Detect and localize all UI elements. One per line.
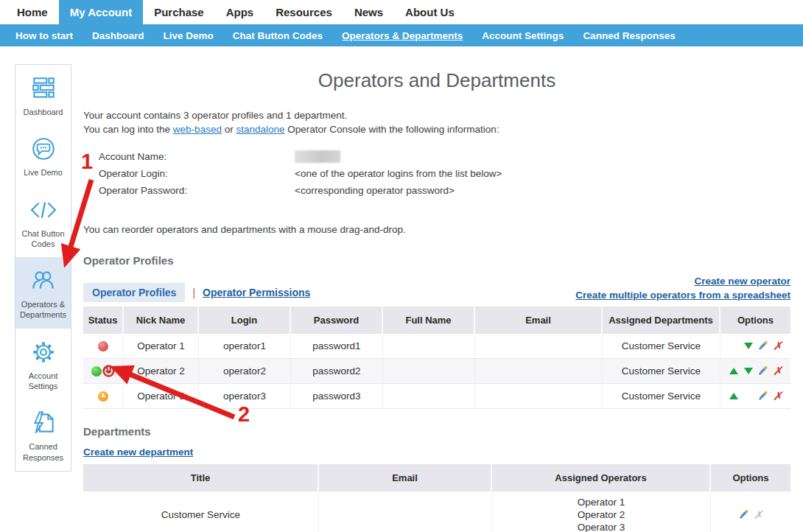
logoff-power-icon[interactable] [102, 365, 115, 377]
edit-pencil-icon[interactable] [757, 365, 768, 376]
nav-item-apps[interactable]: Apps [215, 0, 265, 24]
offline-status-icon [98, 341, 108, 351]
create-multiple-operators-link[interactable]: Create multiple operators from a spreads… [575, 290, 790, 301]
move-up-icon[interactable] [729, 393, 738, 399]
nick-name-cell: Operator 3 [124, 384, 199, 409]
nav-item-news[interactable]: News [343, 0, 394, 24]
password-cell: password2 [291, 359, 383, 384]
standalone-link[interactable]: standalone [236, 124, 284, 135]
create-new-operator-link[interactable]: Create new operator [694, 276, 790, 287]
intro-line-2-suffix: Operator Console with the following info… [284, 124, 499, 135]
intro-line-2: You can log into the web-based or standa… [83, 122, 790, 136]
live-demo-icon [29, 135, 57, 163]
assigned-operator: Operator 3 [492, 521, 710, 532]
col-options: Options [720, 307, 790, 334]
login-cell: operator1 [199, 334, 291, 359]
sidebar-item-canned-responses[interactable]: Canned Responses [15, 399, 71, 471]
col-email: Email [319, 464, 492, 491]
delete-icon[interactable]: ✗ [773, 340, 782, 352]
assigned-operator: Operator 2 [492, 508, 710, 521]
sidebar-item-operators-departments[interactable]: Operators & Departments [15, 257, 71, 329]
operator-tabs: Operator Profiles | Operator Permissions [83, 283, 310, 302]
sidebar-item-chat-button-codes[interactable]: Chat Button Codes [15, 186, 71, 258]
top-nav: Home My Account Purchase Apps Resources … [0, 0, 803, 24]
subnav-item-how-to-start[interactable]: How to start [6, 30, 83, 41]
operator-row-3: Operator 3 operator3 password3 Customer … [83, 384, 790, 409]
login-cell: operator3 [199, 384, 291, 409]
assigned-operator: Operator 1 [492, 496, 710, 508]
delete-icon[interactable]: ✗ [773, 365, 782, 377]
page-title: Operators and Departments [83, 69, 790, 92]
subnav-item-account-settings[interactable]: Account Settings [472, 30, 573, 41]
subnav-item-operators-departments[interactable]: Operators & Departments [332, 30, 472, 41]
nav-item-about-us[interactable]: About Us [394, 0, 466, 24]
away-status-icon [98, 391, 108, 402]
email-cell [475, 334, 603, 359]
delete-icon[interactable]: ✗ [773, 390, 782, 402]
options-cell: ✗ [720, 384, 790, 409]
edit-pencil-icon[interactable] [738, 508, 749, 519]
sidebar-item-label: Operators & Departments [18, 299, 69, 321]
operator-password-row: Operator Password: <corresponding operat… [99, 182, 790, 199]
online-status-icon [91, 366, 102, 377]
sidebar-item-live-demo[interactable]: Live Demo [15, 125, 71, 186]
edit-pencil-icon[interactable] [757, 340, 768, 351]
intro-line-1: Your account contains 3 operator profile… [83, 108, 790, 122]
col-options: Options [711, 464, 790, 491]
full-name-cell [383, 359, 475, 384]
departments-cell: Customer Service [603, 334, 720, 359]
account-credentials: Account Name: Operator Login: <one of th… [99, 148, 790, 199]
move-down-icon[interactable] [744, 368, 753, 374]
nick-name-cell: Operator 2 [124, 359, 199, 384]
subnav-item-chat-button-codes[interactable]: Chat Button Codes [223, 30, 332, 41]
account-name-label: Account Name: [99, 148, 295, 165]
reorder-note: You can reorder operators and department… [83, 224, 790, 235]
tab-operator-profiles[interactable]: Operator Profiles [83, 283, 185, 302]
sidebar-item-dashboard[interactable]: Dashboard [15, 65, 71, 125]
departments-table: Title Email Assigned Operators Options C… [83, 464, 790, 532]
subnav-item-dashboard[interactable]: Dashboard [83, 30, 154, 41]
operator-password-value: <corresponding operator password> [295, 182, 455, 199]
full-name-cell [383, 334, 475, 359]
col-nick-name: Nick Name [124, 307, 199, 334]
nav-item-purchase[interactable]: Purchase [143, 0, 215, 24]
operator-profiles-heading: Operator Profiles [83, 254, 790, 267]
password-cell: password3 [291, 384, 383, 409]
operator-table-header: Status Nick Name Login Password Full Nam… [83, 307, 790, 334]
sidebar-item-account-settings[interactable]: Account Settings [15, 329, 71, 400]
dashboard-icon [29, 74, 57, 102]
sub-nav: How to start Dashboard Live Demo Chat Bu… [0, 24, 803, 46]
col-login: Login [199, 307, 291, 334]
move-up-icon[interactable] [729, 368, 738, 374]
nav-item-resources[interactable]: Resources [264, 0, 343, 24]
operator-password-label: Operator Password: [99, 182, 295, 199]
edit-pencil-icon[interactable] [757, 390, 768, 401]
create-new-department-link[interactable]: Create new department [83, 447, 193, 458]
nav-item-my-account[interactable]: My Account [59, 0, 143, 24]
tab-operator-permissions[interactable]: Operator Permissions [203, 287, 310, 298]
intro-text: Your account contains 3 operator profile… [83, 108, 790, 136]
status-cell [83, 334, 124, 359]
options-cell: ✗ [720, 359, 790, 384]
account-name-row: Account Name: [99, 148, 790, 165]
sidebar-item-label: Canned Responses [18, 441, 69, 463]
move-down-icon[interactable] [744, 343, 753, 349]
subnav-item-canned-responses[interactable]: Canned Responses [573, 30, 684, 41]
department-row-1: Customer Service Operator 1 Operator 2 O… [83, 491, 790, 532]
canned-responses-icon [29, 409, 57, 437]
nav-item-home[interactable]: Home [6, 0, 59, 24]
operator-row-2: Operator 2 operator2 password2 Customer … [83, 359, 790, 384]
code-icon [29, 196, 57, 224]
web-based-link[interactable]: web-based [173, 124, 222, 135]
col-title: Title [83, 464, 319, 491]
options-cell: ✗ [720, 334, 790, 359]
intro-line-2-prefix: You can log into the [83, 124, 173, 135]
sidebar-item-label: Account Settings [18, 371, 69, 392]
col-full-name: Full Name [383, 307, 475, 334]
options-cell: ✗ [711, 491, 790, 532]
sidebar: Dashboard Live Demo Chat Button Codes [15, 64, 71, 472]
main-content: Operators and Departments Your account c… [83, 63, 790, 532]
sidebar-item-label: Chat Button Codes [18, 228, 69, 250]
subnav-item-live-demo[interactable]: Live Demo [154, 30, 223, 41]
operator-login-label: Operator Login: [99, 165, 295, 182]
